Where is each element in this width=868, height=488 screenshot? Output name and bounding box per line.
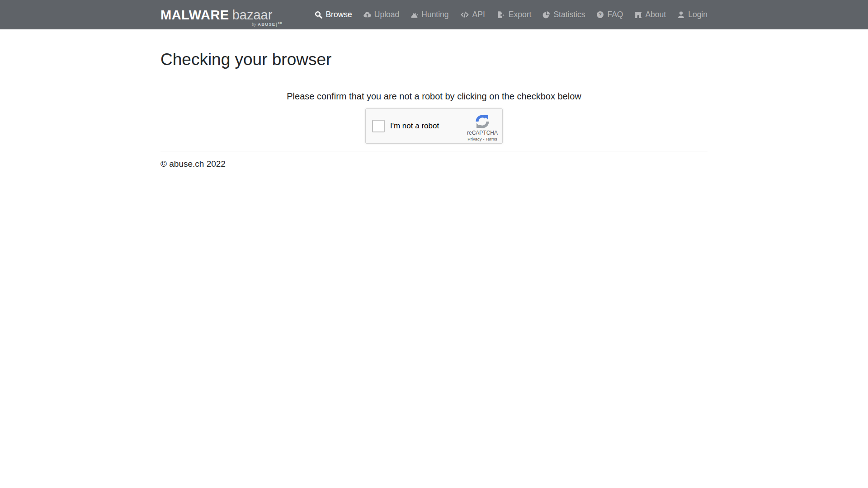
cat-icon — [410, 11, 418, 19]
instruction-text: Please confirm that you are not a robot … — [160, 91, 708, 102]
recaptcha-logo-icon — [466, 114, 499, 129]
nav-item-statistics[interactable]: Statistics — [542, 11, 585, 19]
footer-copyright: © abuse.ch 2022 — [160, 159, 708, 169]
top-navbar: MALWAREbazaar byABUSE|ch Browse Upload — [0, 0, 868, 29]
nav-item-upload[interactable]: Upload — [363, 11, 399, 19]
recaptcha-checkbox-label: I'm not a robot — [390, 122, 439, 131]
recaptcha-brand-text: reCAPTCHA — [466, 130, 499, 136]
captcha-row: I'm not a robot reCAPTCHA Privacy - Term… — [160, 108, 708, 144]
brand-tagline: byABUSE|ch — [252, 21, 282, 27]
search-icon — [315, 11, 322, 19]
recaptcha-checkbox[interactable] — [372, 120, 385, 132]
brand-tagline-org: ABUSE — [258, 22, 275, 27]
nav-label: FAQ — [607, 11, 623, 19]
brand-secondary: bazaar — [232, 8, 273, 22]
nav-item-api[interactable]: API — [460, 11, 485, 19]
recaptcha-privacy-link[interactable]: Privacy — [467, 136, 481, 141]
nav-item-login[interactable]: Login — [677, 11, 708, 19]
footer-divider — [160, 151, 708, 151]
question-circle-icon: ? — [596, 11, 604, 19]
nav-item-faq[interactable]: ? FAQ — [596, 11, 623, 19]
recaptcha-links: Privacy - Terms — [466, 137, 499, 141]
svg-text:?: ? — [599, 12, 602, 17]
nav-label: Statistics — [553, 11, 585, 19]
nav-item-about[interactable]: About — [634, 11, 666, 19]
nav-label: Export — [509, 11, 532, 19]
nav-label: Browse — [326, 11, 352, 19]
nav-label: Upload — [374, 11, 399, 19]
main-navigation: Browse Upload Hunting — [315, 11, 708, 19]
recaptcha-widget: I'm not a robot reCAPTCHA Privacy - Term… — [365, 108, 503, 144]
file-export-icon — [496, 11, 505, 19]
nav-item-export[interactable]: Export — [496, 11, 532, 19]
cloud-upload-icon — [363, 11, 371, 19]
brand-tagline-bar: | — [276, 22, 277, 27]
recaptcha-terms-link[interactable]: Terms — [486, 136, 497, 141]
nav-item-browse[interactable]: Browse — [315, 11, 352, 19]
brand-tagline-by: by — [252, 22, 256, 27]
brand-tagline-tld: ch — [278, 21, 282, 25]
recaptcha-links-separator: - — [483, 136, 484, 141]
brand-logo[interactable]: MALWAREbazaar byABUSE|ch — [160, 8, 272, 22]
nav-item-hunting[interactable]: Hunting — [410, 11, 448, 19]
recaptcha-branding: reCAPTCHA Privacy - Terms — [466, 111, 499, 141]
nav-label: Hunting — [421, 11, 448, 19]
nav-label: Login — [688, 11, 708, 19]
page-title: Checking your browser — [160, 50, 708, 70]
brand-primary: MALWARE — [160, 8, 229, 22]
archway-icon — [634, 11, 642, 19]
code-icon — [460, 11, 469, 19]
nav-label: About — [645, 11, 666, 19]
user-icon — [677, 11, 685, 19]
chart-pie-icon — [542, 11, 550, 19]
nav-label: API — [472, 11, 485, 19]
main-content: Checking your browser Please confirm tha… — [160, 50, 708, 169]
